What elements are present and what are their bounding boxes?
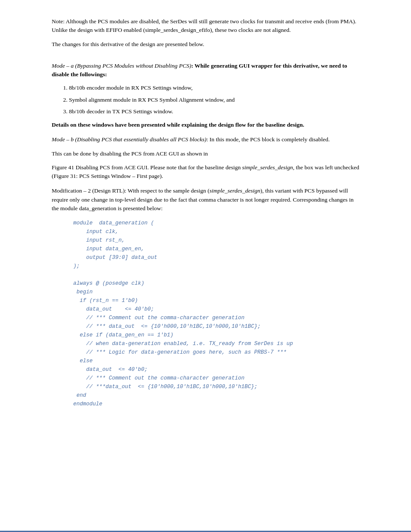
mode-a-heading-italic: Mode – a (Bypassing PCS Modules without …	[52, 62, 191, 69]
details-paragraph: Details on these windows have been prese…	[52, 121, 359, 129]
changes-paragraph: The changes for this derivative of the d…	[52, 40, 359, 49]
done-paragraph: This can be done by disabling the PCS fr…	[52, 149, 359, 158]
page-container: Note: Although the PCS modules are disab…	[0, 0, 411, 441]
figure-label: Figure 41 Disabling PCS from ACE GUI. Pl…	[52, 164, 242, 171]
mode-b-heading-italic: Mode – b (Disabling PCS that essentially…	[52, 136, 206, 143]
list-item-2: Symbol alignment module in RX PCS Symbol…	[69, 95, 359, 105]
list-item-3: 8b/10b decoder in TX PCS Settings window…	[69, 107, 359, 116]
figure-design-name: simple_serdes_design	[242, 164, 293, 171]
list-item-1: 8b/10b encoder module in RX PCS Settings…	[69, 83, 359, 93]
modification-label: Modification – 2 (Design RTL): With resp…	[52, 187, 209, 194]
mode-a-heading: Mode – a (Bypassing PCS Modules without …	[52, 62, 359, 79]
modification-design-name: simple_serdes_design	[209, 187, 260, 194]
mode-b-heading-normal: : In this mode, the PCS block is complet…	[206, 136, 330, 143]
requirements-list: 8b/10b encoder module in RX PCS Settings…	[69, 83, 359, 116]
mode-b-paragraph: Mode – b (Disabling PCS that essentially…	[52, 135, 359, 144]
modification-paragraph: Modification – 2 (Design RTL): With resp…	[52, 187, 359, 213]
note-paragraph: Note: Although the PCS modules are disab…	[52, 17, 359, 35]
code-block: module data_generation ( input clk, inpu…	[73, 219, 359, 408]
figure-paragraph: Figure 41 Disabling PCS from ACE GUI. Pl…	[52, 163, 359, 181]
